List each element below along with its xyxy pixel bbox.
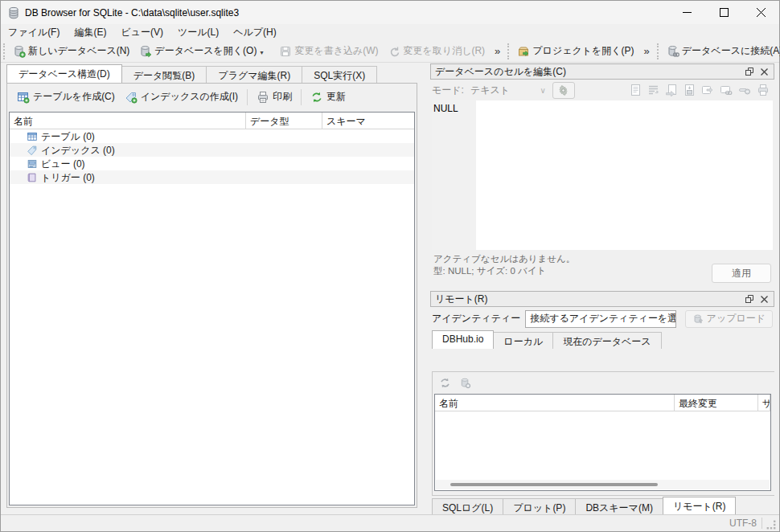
tree-row-views[interactable]: ビュー (0) <box>10 157 414 170</box>
remote-table-header: 名前 最終変更 サイ <box>435 395 770 411</box>
tree-row-indexes[interactable]: インデックス (0) <box>10 143 414 157</box>
menu-edit[interactable]: 編集(E) <box>67 24 113 41</box>
resize-grip-icon[interactable] <box>766 519 777 530</box>
horizontal-scrollbar[interactable] <box>436 480 770 489</box>
column-header-type[interactable]: データ型 <box>246 113 322 129</box>
cell-editor-content[interactable] <box>476 100 773 250</box>
remote-table[interactable]: 名前 最終変更 サイ <box>434 394 771 491</box>
toolbar-separator <box>301 89 302 105</box>
close-button[interactable] <box>742 1 779 24</box>
statusbar: UTF-8 <box>1 514 779 531</box>
dock-area: データベースのセルを編集(C) モード: テキスト ∨ <box>430 63 774 514</box>
close-dock-button[interactable] <box>757 65 771 78</box>
titlebar[interactable]: DB Browser for SQLite - C:\data\sqlite\u… <box>1 1 779 24</box>
write-changes-icon <box>279 45 292 58</box>
text-document-icon[interactable] <box>630 84 642 96</box>
tab-plot[interactable]: プロット(P) <box>503 498 576 514</box>
menu-help[interactable]: ヘルプ(H) <box>226 24 284 41</box>
dock-tab-bar: SQLログ(L) プロット(P) DBスキーマ(M) リモート(R) <box>432 497 774 514</box>
tab-db-schema[interactable]: DBスキーマ(M) <box>575 498 663 514</box>
chevron-down-icon: ∨ <box>540 86 546 95</box>
app-window: DB Browser for SQLite - C:\data\sqlite\u… <box>0 0 780 532</box>
apply-button[interactable]: 適用 <box>712 264 771 283</box>
set-null-icon[interactable] <box>738 84 751 96</box>
remote-tab-bar: DBHub.io ローカル 現在のデータベース <box>430 330 774 349</box>
refresh-button[interactable]: 更新 <box>306 88 351 106</box>
word-wrap-icon[interactable] <box>647 84 659 96</box>
tab-sql-log[interactable]: SQLログ(L) <box>432 498 503 514</box>
column-header-schema[interactable]: スキーマ <box>322 113 414 129</box>
open-database-dropdown-caret[interactable]: ▾ <box>260 49 263 58</box>
revert-changes-icon <box>388 45 401 58</box>
remote-refresh-icon[interactable] <box>439 377 451 389</box>
float-dock-button[interactable] <box>742 65 757 78</box>
cell-editor[interactable]: NULL <box>432 100 773 250</box>
float-dock-button[interactable] <box>742 293 757 305</box>
open-in-external-icon[interactable] <box>701 84 714 96</box>
toolbar-drag-handle[interactable] <box>657 43 659 59</box>
create-table-button[interactable]: テーブルを作成(C) <box>12 88 120 106</box>
identity-row: アイデンティティー 接続するアイデンティティーを選択 ∨ アップロード <box>430 307 774 330</box>
export-icon[interactable] <box>684 84 696 96</box>
write-changes-button[interactable]: 変更を書き込み(W) <box>274 41 383 61</box>
schema-tree[interactable]: 名前 データ型 スキーマ テーブル (0) インデックス (0) ビュー (0) <box>9 112 415 505</box>
link-icon[interactable] <box>720 84 733 96</box>
tab-current-database[interactable]: 現在のデータベース <box>552 332 661 349</box>
column-header-name[interactable]: 名前 <box>435 395 675 411</box>
refresh-icon <box>310 91 323 104</box>
remote-dock-title: リモート(R) <box>435 293 742 306</box>
database-structure-pane: データベース構造(D) データ閲覧(B) プラグマ編集(R) SQL実行(X) … <box>6 64 417 508</box>
menu-file[interactable]: ファイル(F) <box>1 24 67 41</box>
tab-edit-pragmas[interactable]: プラグマ編集(R) <box>206 66 302 83</box>
tab-browse-data[interactable]: データ閲覧(B) <box>121 66 207 83</box>
column-header-name[interactable]: 名前 <box>10 113 246 129</box>
scrollbar-thumb[interactable] <box>450 483 658 486</box>
create-index-button[interactable]: インデックスの作成(I) <box>120 88 243 106</box>
attach-database-button[interactable]: データベースに接続(A) <box>662 41 780 61</box>
column-header-size[interactable]: サイ <box>758 395 770 411</box>
toolbar-drag-handle[interactable] <box>3 43 5 59</box>
open-project-button[interactable]: プロジェクトを開く(P) <box>512 41 638 61</box>
open-database-icon <box>139 45 152 58</box>
remote-toolbar <box>433 372 774 393</box>
tab-local[interactable]: ローカル <box>493 332 553 349</box>
toolbar-overflow-chevron[interactable]: » <box>490 45 505 57</box>
tab-execute-sql[interactable]: SQL実行(X) <box>302 66 377 83</box>
tree-row-triggers[interactable]: トリガー (0) <box>10 170 414 184</box>
main-tab-bar: データベース構造(D) データ閲覧(B) プラグマ編集(R) SQL実行(X) <box>6 64 417 83</box>
menu-view[interactable]: ビュー(V) <box>113 24 170 41</box>
tab-database-structure[interactable]: データベース構造(D) <box>6 64 122 83</box>
mode-select[interactable]: テキスト ∨ <box>467 82 549 99</box>
remote-dock-header[interactable]: リモート(R) <box>430 291 774 307</box>
revert-changes-button[interactable]: 変更を取り消し(R) <box>384 41 491 61</box>
tree-row-tables[interactable]: テーブル (0) <box>10 129 414 143</box>
close-dock-button[interactable] <box>757 293 771 305</box>
upload-button[interactable]: アップロード <box>685 310 773 328</box>
upload-icon <box>692 313 704 325</box>
minimize-icon <box>683 8 692 17</box>
tab-dbhub[interactable]: DBHub.io <box>432 330 494 349</box>
minimize-button[interactable] <box>668 1 705 24</box>
encoding-indicator[interactable]: UTF-8 <box>725 518 762 529</box>
import-icon[interactable] <box>665 84 678 96</box>
cell-editor-toolbar <box>630 84 773 96</box>
main-toolbar: 新しいデータベース(N) データベースを開く(O) ▾ 変更を書き込み(W) 変… <box>1 40 779 63</box>
identity-select[interactable]: 接続するアイデンティティーを選択 ∨ <box>525 310 676 328</box>
menubar: ファイル(F) 編集(E) ビュー(V) ツール(L) ヘルプ(H) <box>1 24 779 40</box>
tab-remote[interactable]: リモート(R) <box>663 497 737 514</box>
clone-database-icon[interactable] <box>459 377 471 389</box>
toolbar-separator <box>247 89 248 105</box>
toolbar-drag-handle[interactable] <box>507 43 509 59</box>
new-database-button[interactable]: 新しいデータベース(N) <box>8 41 134 61</box>
open-project-icon <box>517 45 530 58</box>
open-database-button[interactable]: データベースを開く(O) ▾ <box>134 41 268 61</box>
schema-tree-header: 名前 データ型 スキーマ <box>10 113 414 129</box>
menu-tools[interactable]: ツール(L) <box>170 24 226 41</box>
format-settings-button[interactable] <box>552 82 575 99</box>
print-cell-icon[interactable] <box>757 84 770 96</box>
project-toolbar-overflow-chevron[interactable]: » <box>639 45 655 57</box>
edit-cell-dock-header[interactable]: データベースのセルを編集(C) <box>430 63 774 80</box>
column-header-last-modified[interactable]: 最終変更 <box>675 395 758 411</box>
maximize-button[interactable] <box>705 1 742 24</box>
print-button[interactable]: 印刷 <box>252 88 297 106</box>
